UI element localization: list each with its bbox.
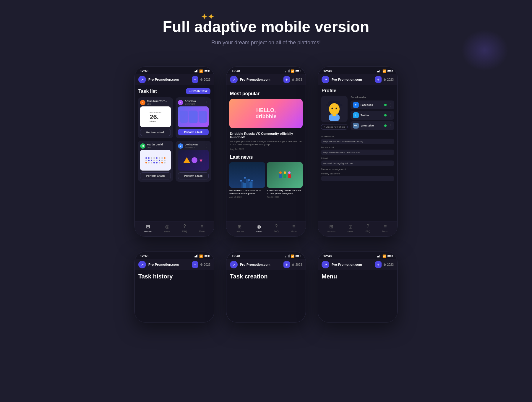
news-date-2: Aug 12, 2020 <box>267 196 303 198</box>
nav-news-3[interactable]: ◎ News <box>348 224 353 233</box>
circle-shape <box>192 157 197 163</box>
twitter-menu[interactable]: ⋮ <box>388 113 392 117</box>
nav-menu-3[interactable]: ≡ Menu <box>382 224 388 233</box>
navbar-4: ↗ Pro-Promotion.com + 🗑 2023 <box>135 259 214 270</box>
twitter-name: Twitter <box>361 114 382 117</box>
nav-tasklist-icon-3: ⊞ <box>329 224 333 229</box>
nav-logo-2: ↗ <box>230 76 238 83</box>
vk-menu[interactable]: ⋮ <box>388 124 392 128</box>
nav-tasklist-2[interactable]: ⊞ Task list <box>235 224 244 233</box>
behance-field[interactable]: https://www.behance.net/dukebafor <box>321 150 394 155</box>
task-user-4: D Dwinawan Followers <box>178 143 198 149</box>
nav-news-1[interactable]: ◎ News <box>164 224 170 233</box>
nav-faq-icon-1: ? <box>183 224 186 229</box>
time-3: 12:48 <box>323 69 332 73</box>
nav-menu-2[interactable]: ≡ Menu <box>291 224 297 233</box>
phone-profile: 12:48 📶 ↗ Pro-Promotion.com + 🗑 2023 <box>318 67 398 237</box>
news-grid: Incredible 3D illustrations of famous fi… <box>229 162 303 188</box>
tasklist-content: Task list + Create task T Tran Mau Tri T… <box>135 85 214 221</box>
tasklist-header: Task list + Create task <box>138 88 211 94</box>
news-date-1: Aug 14, 2020 <box>229 196 265 198</box>
signal-icon-6 <box>377 255 382 257</box>
svg-rect-5 <box>240 180 242 181</box>
nav-tasklist-1[interactable]: ⊞ Task list <box>144 224 152 233</box>
facebook-status-dot <box>384 104 387 106</box>
perform-btn-2[interactable]: Perform a task <box>178 129 209 135</box>
statusbar-6: 12:48 📶 <box>318 252 397 259</box>
status-icons-5: 📶 <box>286 255 301 258</box>
task-grid: T Tran Mau Tri T... Like ⋮ Render within <box>138 97 211 182</box>
card-menu-4[interactable]: ⋮ <box>205 144 209 148</box>
profile-avatar-col: + Upload new photo <box>321 96 348 132</box>
avatar-1: T <box>140 100 145 105</box>
nav-plus-btn-4[interactable]: + <box>192 261 198 268</box>
navbar-3: ↗ Pro-Promotion.com + 🗑 2023 <box>318 74 397 85</box>
nav-year-2: 🗑 2023 <box>292 78 302 81</box>
statusbar-1: 12:48 📶 <box>135 67 214 74</box>
nav-plus-btn-1[interactable]: + <box>192 76 198 83</box>
nav-plus-btn-3[interactable]: + <box>375 76 382 83</box>
create-task-button[interactable]: + Create task <box>186 88 210 94</box>
nav-plus-btn-2[interactable]: + <box>283 76 290 83</box>
castle-svg <box>240 173 255 188</box>
task-type-2: Comment <box>185 103 196 105</box>
task-user-3: M Martin David Like <box>140 143 163 149</box>
perform-btn-3[interactable]: Perform a task <box>140 172 171 179</box>
nav-tasklist-icon-1: ⊞ <box>146 224 150 229</box>
nav-faq-3[interactable]: ? FAQ <box>366 224 370 233</box>
facebook-menu[interactable]: ⋮ <box>388 103 392 107</box>
upload-photo-btn[interactable]: + Upload new photo <box>321 124 348 130</box>
perform-btn-1[interactable]: Perform a task <box>140 129 171 136</box>
nav-plus-btn-6[interactable]: + <box>375 261 382 268</box>
statusbar-5: 12:48 📶 <box>226 252 306 259</box>
news-item-2: 7 reasons why now is the time to hire ju… <box>267 162 303 188</box>
signal-icon-3 <box>377 69 382 72</box>
nav-logo-1: ↗ <box>138 76 146 83</box>
card-menu-1[interactable]: ⋮ <box>167 100 171 105</box>
status-icons-1: 📶 <box>194 69 209 73</box>
nav-menu-label-2: Menu <box>291 230 297 233</box>
nav-plus-btn-5[interactable]: + <box>283 261 290 268</box>
task-card-1-header: T Tran Mau Tri T... Like ⋮ <box>140 100 171 105</box>
task-user-2: A Anstasia Comment <box>178 100 196 105</box>
social-twitter: t Twitter ⋮ <box>351 111 394 120</box>
hero-section: ✦✦ Full adaptive mobile version Run your… <box>0 0 532 58</box>
nav-menu-1[interactable]: ≡ Menu <box>199 224 205 233</box>
navbar-5: ↗ Pro-Promotion.com + 🗑 2023 <box>226 259 306 270</box>
social-media-col: Social media f Facebook ⋮ t Twitter ⋮ <box>351 96 394 132</box>
card-menu-3[interactable]: ⋮ <box>167 144 171 148</box>
nav-faq-1[interactable]: ? FAQ <box>182 224 187 233</box>
signal-icon <box>194 69 198 72</box>
nav-faq-2[interactable]: ? FAQ <box>274 224 279 233</box>
nav-brand-1: Pro-Promotion.com <box>148 78 189 81</box>
star-shape: ★ <box>199 157 203 163</box>
nav-brand-3: Pro-Promotion.com <box>332 78 373 81</box>
perform-btn-4[interactable]: Perform a task <box>178 172 209 179</box>
dribbble-field[interactable]: https://dribbble.com/alexander-herzog <box>321 139 394 144</box>
task-card-2: A Anstasia Comment ⋮ <box>176 97 211 138</box>
trash-icon-1: 🗑 <box>200 78 203 81</box>
nav-brand-6: Pro-Promotion.com <box>332 263 373 266</box>
social-vkontakte: VK VKontakte ⋮ <box>351 121 394 130</box>
svg-rect-7 <box>248 179 250 181</box>
task-username-4: Dwinawan <box>185 143 198 146</box>
twitter-status-dot <box>384 114 387 116</box>
sparkle-decoration: ✦✦ <box>201 12 215 22</box>
nav-tasklist-3[interactable]: ⊞ Task list <box>327 224 335 233</box>
taskhistory-label-section: Task history <box>135 270 214 282</box>
social-facebook: f Facebook ⋮ <box>351 100 394 109</box>
nav-menu-label-1: Menu <box>199 230 205 233</box>
primary-password-field[interactable] <box>321 176 394 181</box>
nav-logo-5: ↗ <box>230 261 238 268</box>
time-6: 12:48 <box>323 254 332 258</box>
hero-title: Full adaptive mobile version <box>6 18 526 35</box>
nav-faq-label-3: FAQ <box>366 230 370 233</box>
card-menu-2[interactable]: ⋮ <box>205 100 209 105</box>
profile-main-section: + Upload new photo Social media f Facebo… <box>321 96 394 132</box>
news-featured-hero: HELLO,dribbble <box>229 99 303 128</box>
avatar-3: M <box>140 143 145 149</box>
nav-news-icon-1: ◎ <box>165 224 169 229</box>
email-field[interactable]: alexandr.herzog@gmail.com <box>321 161 394 166</box>
nav-news-2[interactable]: ◎ News <box>256 224 262 233</box>
time-2: 12:48 <box>232 69 240 73</box>
